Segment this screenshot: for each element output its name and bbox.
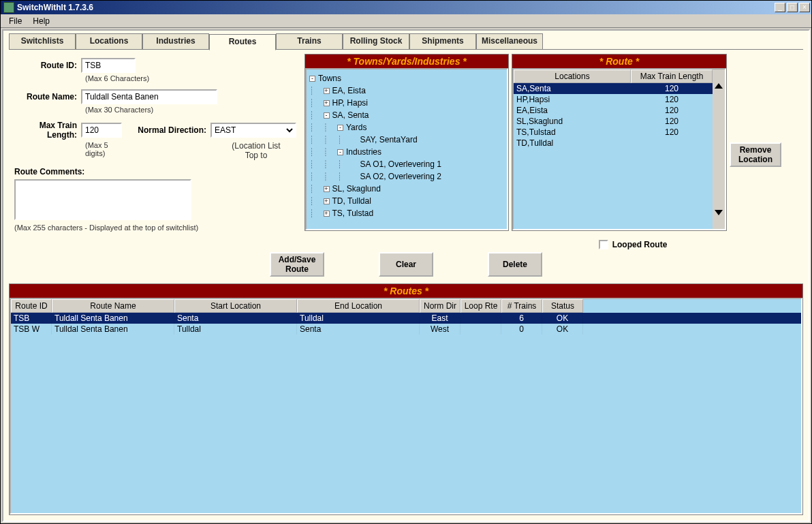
add-save-button[interactable]: Add/Save Route xyxy=(270,252,324,277)
normal-dir-help1: (Location List xyxy=(216,141,296,151)
tab-miscellaneous[interactable]: Miscellaneous xyxy=(476,33,543,49)
tree-item[interactable]: ┊ -SA, Senta xyxy=(309,109,504,121)
tree-item-label: TS, Tulstad xyxy=(332,209,374,218)
route-row[interactable]: TS,Tulstad120 xyxy=(514,127,713,138)
comments-textarea[interactable] xyxy=(14,179,191,220)
tree-toggle-icon[interactable]: - xyxy=(324,112,330,119)
route-name-label: Route Name: xyxy=(14,92,81,102)
looped-route-checkbox[interactable] xyxy=(599,240,608,249)
routes-table-header: Route ID Route Name Start Location End L… xyxy=(11,299,801,313)
minimize-button[interactable]: _ xyxy=(775,3,785,12)
route-panel: * Route * LocationsMax Train LengthSA,Se… xyxy=(512,54,727,231)
tree-item-label: TD, Tulldal xyxy=(332,196,371,206)
close-button[interactable]: × xyxy=(799,3,810,12)
tab-switchlists[interactable]: Switchlists xyxy=(9,33,76,49)
tab-row: SwitchlistsLocationsIndustriesRoutesTrai… xyxy=(9,33,803,50)
tree-toggle-icon[interactable]: + xyxy=(324,88,330,94)
tree-item-label: HP, Hapsi xyxy=(332,98,368,108)
route-panel-header: * Route * xyxy=(512,55,726,68)
clear-button[interactable]: Clear xyxy=(379,252,433,277)
tree-toggle-icon[interactable]: + xyxy=(324,198,330,204)
tab-routes[interactable]: Routes xyxy=(209,34,276,50)
comments-help: (Max 255 characters - Displayed at the t… xyxy=(14,224,296,232)
looped-route-label: Looped Route xyxy=(612,240,668,249)
tab-trains[interactable]: Trains xyxy=(276,33,343,49)
route-id-label: Route ID: xyxy=(14,61,81,70)
tree-item-label: Yards xyxy=(346,123,366,132)
tree-item-label: Industries xyxy=(346,147,381,157)
tree-item[interactable]: ┊ ┊ ┊ SA O2, Overlevering 2 xyxy=(309,170,504,183)
tree-toggle-icon[interactable]: - xyxy=(309,76,315,82)
tab-shipments[interactable]: Shipments xyxy=(409,33,476,49)
tree-item[interactable]: ┊ +HP, Hapsi xyxy=(309,97,504,109)
remove-location-button[interactable]: Remove Location xyxy=(730,142,781,167)
routes-table-row[interactable]: TSB WTulldal Senta BanenTulldalSentaWest… xyxy=(11,324,801,335)
max-train-label1: Max Train xyxy=(14,121,77,130)
route-id-help: (Max 6 Characters) xyxy=(85,74,296,82)
tree-toggle-icon[interactable]: - xyxy=(337,149,343,155)
normal-dir-label: Normal Direction: xyxy=(129,125,210,135)
menubar: File Help xyxy=(1,14,811,28)
tree-item-label: SA, Senta xyxy=(332,110,369,120)
route-row[interactable]: HP,Hapsi120 xyxy=(514,94,713,105)
tree-item-label: SAY, SentaYard xyxy=(360,135,418,144)
tree-toggle-icon[interactable]: + xyxy=(324,100,330,106)
tree-item[interactable]: ┊ +TD, Tulldal xyxy=(309,195,504,207)
tree-item[interactable]: ┊ +SL, Skaglund xyxy=(309,183,504,195)
tree-item[interactable]: ┊ ┊ ┊ SA O1, Overlevering 1 xyxy=(309,158,504,170)
tree-item-label: SL, Skaglund xyxy=(332,184,381,194)
route-id-input[interactable] xyxy=(81,58,136,73)
route-row[interactable]: EA,Eista120 xyxy=(514,105,713,116)
max-train-input[interactable] xyxy=(81,123,122,138)
tree-item[interactable]: ┊ ┊ -Industries xyxy=(309,146,504,158)
towns-tree[interactable]: -Towns┊ +EA, Eista┊ +HP, Hapsi┊ -SA, Sen… xyxy=(305,68,508,230)
app-title: SwitchWithIt 1.7.3.6 xyxy=(17,3,775,12)
maximize-button[interactable]: □ xyxy=(787,3,798,12)
routes-table-row[interactable]: TSBTuldall Senta BanenSentaTulldalEast6O… xyxy=(11,313,801,324)
tree-item[interactable]: ┊ ┊ ┊ SAY, SentaYard xyxy=(309,134,504,146)
menu-help[interactable]: Help xyxy=(27,15,55,27)
tab-locations[interactable]: Locations xyxy=(76,33,142,49)
tree-root-label[interactable]: Towns xyxy=(318,74,341,83)
app-icon xyxy=(3,2,14,13)
route-row[interactable]: SL,Skaglund120 xyxy=(514,116,713,127)
route-name-input[interactable] xyxy=(81,89,217,104)
delete-button[interactable]: Delete xyxy=(488,252,542,277)
tree-item[interactable]: ┊ ┊ -Yards xyxy=(309,121,504,134)
tree-toggle-icon[interactable]: - xyxy=(337,125,343,131)
towns-panel-header: * Towns/Yards/Industries * xyxy=(305,55,508,68)
normal-dir-help2: Top to xyxy=(216,151,296,160)
tree-toggle-icon[interactable]: + xyxy=(324,186,330,192)
tree-item-label: EA, Eista xyxy=(332,86,366,95)
tree-item[interactable]: ┊ +TS, Tulstad xyxy=(309,207,504,219)
routes-panel-header: * Routes * xyxy=(10,284,802,298)
tree-item-label: SA O1, Overlevering 1 xyxy=(360,159,441,169)
scroll-down-icon[interactable] xyxy=(715,210,723,215)
scroll-up-icon[interactable] xyxy=(715,83,723,89)
normal-dir-select[interactable]: EAST xyxy=(210,123,296,138)
max-train-label2: Length: xyxy=(14,130,77,140)
route-form: Route ID: (Max 6 Characters) Route Name:… xyxy=(9,54,302,236)
tab-rolling-stock[interactable]: Rolling Stock xyxy=(343,33,409,49)
tree-item-label: SA O2, Overlevering 2 xyxy=(360,172,441,181)
route-name-help: (Max 30 Characters) xyxy=(85,106,296,114)
max-train-help: (Max 5 digits) xyxy=(85,141,130,160)
titlebar: SwitchWithIt 1.7.3.6 _ □ × xyxy=(1,1,811,14)
tree-toggle-icon[interactable]: + xyxy=(324,211,330,217)
comments-label: Route Comments: xyxy=(14,167,296,176)
menu-file[interactable]: File xyxy=(3,15,27,27)
tab-industries[interactable]: Industries xyxy=(142,33,209,49)
route-scrollbar xyxy=(713,70,725,229)
route-row[interactable]: SA,Senta120 xyxy=(514,83,713,94)
tree-item[interactable]: ┊ +EA, Eista xyxy=(309,84,504,97)
towns-panel: * Towns/Yards/Industries * -Towns┊ +EA, … xyxy=(304,54,509,231)
route-table[interactable]: LocationsMax Train LengthSA,Senta120HP,H… xyxy=(514,70,713,229)
route-row[interactable]: TD,Tulldal xyxy=(514,138,713,149)
routes-panel: * Routes * Route ID Route Name Start Loc… xyxy=(9,283,803,515)
